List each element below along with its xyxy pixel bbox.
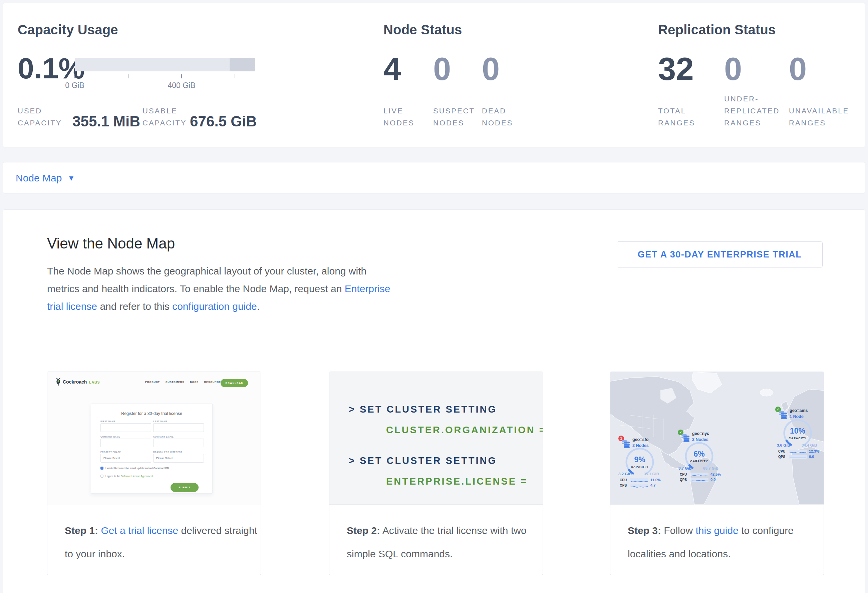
capacity-axis-tick <box>128 74 128 78</box>
step3-card: 1 geo=sfo 2 Nodes 9% CAPACITY 3.2 GiB 35… <box>610 372 824 575</box>
total-ranges-value: 32 <box>658 53 694 85</box>
chevron-down-icon[interactable]: ▾ <box>69 173 74 183</box>
cockroach-bug-icon <box>55 378 61 386</box>
mini-trial-form: Register for a 30-day trial license FIRS… <box>91 403 213 494</box>
capacity-axis-label-400: 400 GiB <box>156 81 207 90</box>
intro-paragraph-line1: The Node Map shows the geographical layo… <box>47 265 366 278</box>
capacity-axis-tick <box>181 74 182 78</box>
checkbox-empty-icon <box>100 475 103 478</box>
mini-nav-customers: CUSTOMERS <box>165 381 184 384</box>
sql-setting-line: ENTERPRISE.LICENSE = <box>386 476 528 487</box>
qps-sparkline <box>789 455 807 459</box>
mini-field-label: FIRST NAME <box>100 420 115 422</box>
live-nodes-value: 4 <box>384 53 401 85</box>
enterprise-trial-license-link[interactable]: trial license <box>47 301 97 312</box>
capacity-usage-title: Capacity Usage <box>18 22 118 37</box>
cpu-sparkline <box>789 450 807 453</box>
mini-nav-product: PRODUCT <box>145 381 160 384</box>
node-status-title: Node Status <box>384 22 462 37</box>
mini-project-phase-select: Please Select <box>100 454 151 463</box>
mini-submit-button: SUBMIT <box>171 483 199 492</box>
mini-reason-select: Please Select <box>153 454 204 463</box>
usable-capacity-value: 676.5 GiB <box>190 113 257 130</box>
checkbox-checked-icon <box>100 466 103 469</box>
unavailable-ranges-label: UNAVAILABLE RANGES <box>789 105 849 129</box>
configuration-guide-link[interactable]: configuration guide <box>172 301 257 312</box>
section-divider <box>47 349 822 349</box>
registration-screenshot: Cockroach LABS PRODUCT CUSTOMERS DOCS RE… <box>47 372 261 505</box>
qps-row: QPS 0.0 <box>778 455 814 459</box>
node-map-preview: 1 geo=sfo 2 Nodes 9% CAPACITY 3.2 GiB 35… <box>610 372 824 505</box>
mini-license-agreement-checkbox-row: I agree to the Software License Agreemen… <box>100 475 154 478</box>
capacity-bar-other-segment <box>230 58 255 71</box>
suspect-nodes-label: SUSPECT NODES <box>433 105 475 129</box>
mini-last-name-input <box>153 423 204 432</box>
replication-status-title: Replication Status <box>658 22 776 37</box>
node-map-info-panel: View the Node Map The Node Map shows the… <box>3 209 865 593</box>
enterprise-trial-license-link[interactable]: Enterprise <box>345 283 390 294</box>
dead-nodes-label: DEAD NODES <box>482 105 513 129</box>
under-replicated-value: 0 <box>724 53 742 85</box>
cpu-row: CPU 11.0% <box>620 478 661 482</box>
mini-company-name-input <box>100 438 151 447</box>
mini-field-label: REASON FOR INTEREST <box>153 451 182 453</box>
mini-form-title: Register for a 30-day trial license <box>91 411 212 416</box>
unavailable-ranges-value: 0 <box>789 53 807 85</box>
mini-field-label: COMPANY EMAIL <box>153 436 174 438</box>
total-ranges-label: TOTAL RANGES <box>658 105 695 129</box>
cpu-sparkline <box>630 478 648 482</box>
step1-card: Cockroach LABS PRODUCT CUSTOMERS DOCS RE… <box>47 372 261 575</box>
intro-paragraph-line2: metrics and health indicators. To enable… <box>47 282 390 296</box>
sql-prompt-line: > SET CLUSTER SETTING <box>349 455 497 466</box>
step1-caption: Step 1: Get a trial license delivered st… <box>47 505 261 561</box>
cluster-summary-panel: Capacity Usage 0.1% 0 GiB 400 GiB USED C… <box>3 3 865 147</box>
get-enterprise-trial-button[interactable]: GET A 30-DAY ENTERPRISE TRIAL <box>617 241 822 268</box>
qps-sparkline <box>691 478 709 482</box>
dead-nodes-value: 0 <box>482 53 500 85</box>
qps-sparkline <box>630 484 648 487</box>
get-trial-license-link[interactable]: Get a trial license <box>101 525 178 536</box>
qps-row: QPS 4.7 <box>620 483 655 487</box>
step3-caption: Step 3: Follow this guide to configure l… <box>610 505 824 561</box>
node-map-collapsible-row[interactable]: Node Map ▾ <box>3 162 865 193</box>
under-replicated-label: UNDER- REPLICATED RANGES <box>724 93 780 129</box>
mini-logo-suffix: LABS <box>89 380 100 384</box>
mini-logo-text: Cockroach <box>63 379 87 384</box>
mini-first-name-input <box>100 423 151 432</box>
cpu-sparkline <box>691 472 709 476</box>
step2-card: > SET CLUSTER SETTING CLUSTER.ORGANIZATI… <box>329 372 543 575</box>
capacity-axis-tick <box>74 74 75 78</box>
qps-row: QPS 0.0 <box>680 478 716 482</box>
node-map-dropdown[interactable]: Node Map <box>16 172 62 184</box>
mini-nav-resources: RESOURCES <box>204 381 223 384</box>
suspect-nodes-value: 0 <box>433 53 451 85</box>
mini-field-label: PROJECT PHASE <box>100 451 121 453</box>
mini-nav-docs: DOCS <box>190 381 199 384</box>
mini-site: Cockroach LABS PRODUCT CUSTOMERS DOCS RE… <box>47 372 261 505</box>
used-capacity-label: USED CAPACITY <box>18 105 62 129</box>
mini-email-updates-checkbox-row: I would like to receive email updates ab… <box>100 466 170 469</box>
usable-capacity-label: USABLE CAPACITY <box>143 105 186 129</box>
sql-code-block: > SET CLUSTER SETTING CLUSTER.ORGANIZATI… <box>329 372 543 505</box>
mini-download-button: DOWNLOAD <box>221 379 248 387</box>
mini-field-label: COMPANY NAME <box>100 436 121 438</box>
intro-paragraph-line3: trial license and refer to this configur… <box>47 300 260 313</box>
mini-company-email-input <box>153 438 204 447</box>
capacity-axis-label-0: 0 GiB <box>50 81 100 90</box>
mini-field-label: LAST NAME <box>153 420 167 422</box>
live-nodes-label: LIVE NODES <box>384 105 415 129</box>
sql-setting-line: CLUSTER.ORGANIZATION = <box>386 425 543 436</box>
step2-caption: Step 2: Activate the trial license with … <box>329 505 543 561</box>
capacity-axis-tick <box>235 74 235 78</box>
capacity-bar <box>75 58 255 71</box>
mini-license-agreement-link: Software License Agreement. <box>121 475 154 478</box>
cpu-row: CPU 12.3% <box>778 449 819 453</box>
this-guide-link[interactable]: this guide <box>695 525 738 536</box>
cpu-row: CPU 42.5% <box>680 472 721 476</box>
page-title: View the Node Map <box>47 235 175 252</box>
used-capacity-value: 355.1 MiB <box>72 113 140 130</box>
sql-prompt-line: > SET CLUSTER SETTING <box>349 404 497 415</box>
